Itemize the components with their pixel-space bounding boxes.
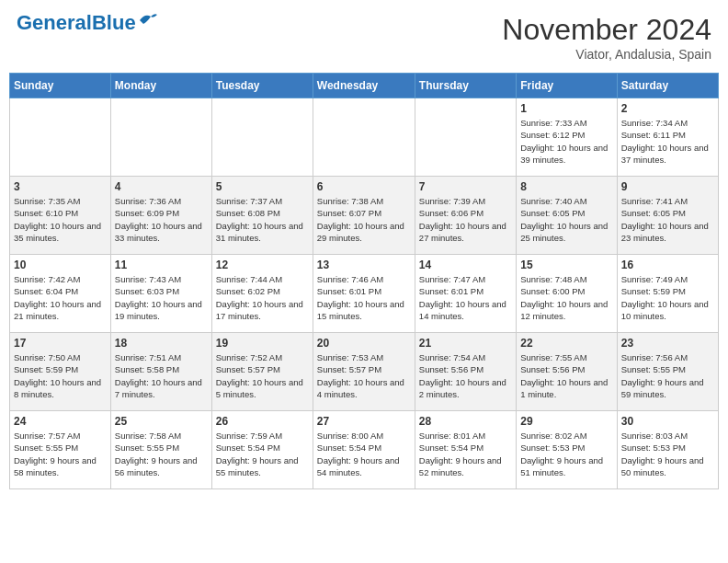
calendar-cell xyxy=(10,98,111,177)
day-number: 5 xyxy=(216,180,309,193)
day-info: Sunrise: 7:34 AMSunset: 6:11 PMDaylight:… xyxy=(621,117,714,166)
calendar-cell: 8Sunrise: 7:40 AMSunset: 6:05 PMDaylight… xyxy=(517,177,617,255)
calendar-week-3: 10Sunrise: 7:42 AMSunset: 6:04 PMDayligh… xyxy=(10,255,719,333)
calendar-cell: 20Sunrise: 7:53 AMSunset: 5:57 PMDayligh… xyxy=(313,333,415,411)
day-number: 21 xyxy=(419,337,512,350)
day-number: 9 xyxy=(621,180,714,193)
day-number: 7 xyxy=(419,180,512,193)
col-header-tuesday: Tuesday xyxy=(211,74,313,98)
day-info: Sunrise: 7:35 AMSunset: 6:10 PMDaylight:… xyxy=(14,195,107,244)
day-number: 30 xyxy=(621,415,714,428)
day-number: 19 xyxy=(216,337,309,350)
day-info: Sunrise: 7:38 AMSunset: 6:07 PMDaylight:… xyxy=(317,195,411,244)
calendar-cell: 26Sunrise: 7:59 AMSunset: 5:54 PMDayligh… xyxy=(211,411,313,489)
day-number: 14 xyxy=(419,259,512,271)
day-number: 4 xyxy=(115,180,208,193)
day-number: 8 xyxy=(520,180,612,193)
calendar-cell: 16Sunrise: 7:49 AMSunset: 5:59 PMDayligh… xyxy=(617,255,718,333)
day-number: 28 xyxy=(419,415,512,428)
calendar-cell: 13Sunrise: 7:46 AMSunset: 6:01 PMDayligh… xyxy=(313,255,415,333)
day-number: 6 xyxy=(317,180,411,193)
calendar-cell: 25Sunrise: 7:58 AMSunset: 5:55 PMDayligh… xyxy=(110,411,211,489)
calendar-cell: 12Sunrise: 7:44 AMSunset: 6:02 PMDayligh… xyxy=(211,255,313,333)
day-info: Sunrise: 7:57 AMSunset: 5:55 PMDaylight:… xyxy=(14,430,107,478)
calendar-cell: 21Sunrise: 7:54 AMSunset: 5:56 PMDayligh… xyxy=(415,333,516,411)
day-info: Sunrise: 7:33 AMSunset: 6:12 PMDaylight:… xyxy=(520,117,612,166)
day-number: 16 xyxy=(621,259,714,271)
day-number: 18 xyxy=(115,337,208,350)
page-header: GeneralBlue November 2024 Viator, Andalu… xyxy=(9,9,719,65)
day-number: 13 xyxy=(317,259,411,271)
day-info: Sunrise: 8:03 AMSunset: 5:53 PMDaylight:… xyxy=(621,430,714,478)
day-info: Sunrise: 7:44 AMSunset: 6:02 PMDaylight:… xyxy=(216,273,309,322)
calendar-week-1: 1Sunrise: 7:33 AMSunset: 6:12 PMDaylight… xyxy=(10,98,719,177)
day-number: 27 xyxy=(317,415,411,428)
calendar-cell: 7Sunrise: 7:39 AMSunset: 6:06 PMDaylight… xyxy=(415,177,516,255)
day-info: Sunrise: 7:50 AMSunset: 5:59 PMDaylight:… xyxy=(14,351,107,400)
calendar-cell: 22Sunrise: 7:55 AMSunset: 5:56 PMDayligh… xyxy=(517,333,617,411)
day-info: Sunrise: 7:41 AMSunset: 6:05 PMDaylight:… xyxy=(621,195,714,244)
logo-blue: Blue xyxy=(92,11,136,34)
logo: GeneralBlue xyxy=(17,13,158,33)
day-info: Sunrise: 7:47 AMSunset: 6:01 PMDaylight:… xyxy=(419,273,512,322)
col-header-saturday: Saturday xyxy=(617,74,718,98)
day-info: Sunrise: 7:56 AMSunset: 5:55 PMDaylight:… xyxy=(621,351,714,400)
day-info: Sunrise: 7:55 AMSunset: 5:56 PMDaylight:… xyxy=(520,351,612,400)
col-header-wednesday: Wednesday xyxy=(313,74,415,98)
col-header-friday: Friday xyxy=(517,74,617,98)
day-info: Sunrise: 7:40 AMSunset: 6:05 PMDaylight:… xyxy=(520,195,612,244)
calendar-cell: 29Sunrise: 8:02 AMSunset: 5:53 PMDayligh… xyxy=(517,411,617,489)
day-number: 12 xyxy=(216,259,309,271)
calendar-table: SundayMondayTuesdayWednesdayThursdayFrid… xyxy=(9,73,719,489)
calendar-cell: 9Sunrise: 7:41 AMSunset: 6:05 PMDaylight… xyxy=(617,177,718,255)
day-number: 2 xyxy=(621,102,714,115)
calendar-cell: 19Sunrise: 7:52 AMSunset: 5:57 PMDayligh… xyxy=(211,333,313,411)
day-info: Sunrise: 7:53 AMSunset: 5:57 PMDaylight:… xyxy=(317,351,411,400)
calendar-cell: 10Sunrise: 7:42 AMSunset: 6:04 PMDayligh… xyxy=(10,255,111,333)
day-info: Sunrise: 7:49 AMSunset: 5:59 PMDaylight:… xyxy=(621,273,714,322)
calendar-cell xyxy=(211,98,313,177)
calendar-cell: 15Sunrise: 7:48 AMSunset: 6:00 PMDayligh… xyxy=(517,255,617,333)
calendar-cell: 11Sunrise: 7:43 AMSunset: 6:03 PMDayligh… xyxy=(110,255,211,333)
day-number: 10 xyxy=(14,259,107,271)
day-info: Sunrise: 7:51 AMSunset: 5:58 PMDaylight:… xyxy=(115,351,208,400)
calendar-cell: 30Sunrise: 8:03 AMSunset: 5:53 PMDayligh… xyxy=(617,411,718,489)
day-info: Sunrise: 8:01 AMSunset: 5:54 PMDaylight:… xyxy=(419,430,512,478)
calendar-cell: 5Sunrise: 7:37 AMSunset: 6:08 PMDaylight… xyxy=(211,177,313,255)
title-block: November 2024 Viator, Andalusia, Spain xyxy=(502,13,711,62)
day-info: Sunrise: 7:52 AMSunset: 5:57 PMDaylight:… xyxy=(216,351,309,400)
day-number: 25 xyxy=(115,415,208,428)
day-number: 23 xyxy=(621,337,714,350)
calendar-cell: 24Sunrise: 7:57 AMSunset: 5:55 PMDayligh… xyxy=(10,411,111,489)
calendar-cell: 6Sunrise: 7:38 AMSunset: 6:07 PMDaylight… xyxy=(313,177,415,255)
day-number: 20 xyxy=(317,337,411,350)
calendar-header-row: SundayMondayTuesdayWednesdayThursdayFrid… xyxy=(10,74,719,98)
col-header-sunday: Sunday xyxy=(10,74,111,98)
day-info: Sunrise: 7:59 AMSunset: 5:54 PMDaylight:… xyxy=(216,430,309,478)
day-info: Sunrise: 7:48 AMSunset: 6:00 PMDaylight:… xyxy=(520,273,612,322)
calendar-cell: 17Sunrise: 7:50 AMSunset: 5:59 PMDayligh… xyxy=(10,333,111,411)
day-info: Sunrise: 8:00 AMSunset: 5:54 PMDaylight:… xyxy=(317,430,411,478)
day-number: 1 xyxy=(520,102,612,115)
day-number: 24 xyxy=(14,415,107,428)
day-number: 22 xyxy=(520,337,612,350)
day-number: 3 xyxy=(14,180,107,193)
day-info: Sunrise: 7:43 AMSunset: 6:03 PMDaylight:… xyxy=(115,273,208,322)
day-info: Sunrise: 7:42 AMSunset: 6:04 PMDaylight:… xyxy=(14,273,107,322)
day-info: Sunrise: 7:46 AMSunset: 6:01 PMDaylight:… xyxy=(317,273,411,322)
calendar-cell: 1Sunrise: 7:33 AMSunset: 6:12 PMDaylight… xyxy=(517,98,617,177)
calendar-cell: 23Sunrise: 7:56 AMSunset: 5:55 PMDayligh… xyxy=(617,333,718,411)
month-title: November 2024 xyxy=(502,13,711,47)
logo-general: General xyxy=(17,11,92,34)
day-info: Sunrise: 7:37 AMSunset: 6:08 PMDaylight:… xyxy=(216,195,309,244)
calendar-cell: 2Sunrise: 7:34 AMSunset: 6:11 PMDaylight… xyxy=(617,98,718,177)
calendar-cell xyxy=(415,98,516,177)
day-number: 26 xyxy=(216,415,309,428)
day-info: Sunrise: 7:58 AMSunset: 5:55 PMDaylight:… xyxy=(115,430,208,478)
col-header-monday: Monday xyxy=(110,74,211,98)
day-info: Sunrise: 7:36 AMSunset: 6:09 PMDaylight:… xyxy=(115,195,208,244)
calendar-cell xyxy=(313,98,415,177)
day-info: Sunrise: 8:02 AMSunset: 5:53 PMDaylight:… xyxy=(520,430,612,478)
calendar-cell: 14Sunrise: 7:47 AMSunset: 6:01 PMDayligh… xyxy=(415,255,516,333)
day-number: 29 xyxy=(520,415,612,428)
